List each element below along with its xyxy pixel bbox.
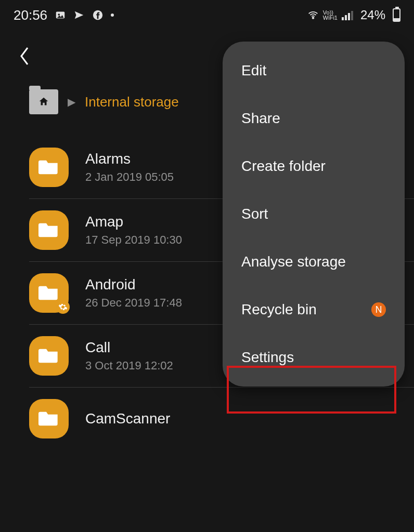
gear-icon xyxy=(56,300,70,314)
folder-icon xyxy=(29,336,69,376)
menu-label: Settings xyxy=(241,349,294,366)
chevron-right-icon: ▶ xyxy=(68,96,75,108)
folder-icon xyxy=(29,273,69,313)
vowifi-label: Vo)) WiFi1 xyxy=(323,10,338,20)
folder-icon xyxy=(29,148,69,187)
menu-analyse-storage[interactable]: Analyse storage xyxy=(223,238,405,286)
folder-icon xyxy=(29,399,69,438)
home-folder-icon[interactable] xyxy=(29,89,58,114)
signal-icon xyxy=(342,10,353,20)
send-icon xyxy=(73,9,85,21)
status-right: Vo)) WiFi1 24% xyxy=(307,8,400,22)
overflow-menu: Edit Share Create folder Sort Analyse st… xyxy=(223,42,405,387)
status-left: 20:56 xyxy=(14,7,114,23)
menu-settings[interactable]: Settings xyxy=(223,334,405,381)
menu-label: Create folder xyxy=(241,158,326,175)
list-item[interactable]: CamScanner xyxy=(29,388,414,450)
breadcrumb-current[interactable]: Internal storage xyxy=(85,94,179,110)
facebook-icon xyxy=(92,9,104,21)
menu-label: Recycle bin xyxy=(241,301,317,318)
menu-label: Analyse storage xyxy=(241,254,346,270)
svg-point-1 xyxy=(58,14,60,16)
wifi-icon xyxy=(307,9,319,21)
back-icon[interactable] xyxy=(18,46,31,66)
new-badge: N xyxy=(371,302,386,317)
svg-point-3 xyxy=(312,17,314,19)
battery-percent: 24% xyxy=(360,8,385,22)
file-text: CamScanner xyxy=(85,410,398,427)
menu-create-folder[interactable]: Create folder xyxy=(223,142,405,190)
menu-share[interactable]: Share xyxy=(223,95,405,142)
menu-recycle-bin[interactable]: Recycle bin N xyxy=(223,286,405,334)
picture-icon xyxy=(55,9,66,21)
more-dot-icon xyxy=(111,14,114,17)
menu-label: Share xyxy=(241,110,280,127)
menu-sort[interactable]: Sort xyxy=(223,190,405,238)
folder-icon xyxy=(29,210,69,250)
menu-label: Edit xyxy=(241,62,266,79)
status-bar: 20:56 Vo)) WiFi1 24% xyxy=(0,0,414,30)
menu-label: Sort xyxy=(241,206,268,222)
file-name: CamScanner xyxy=(85,410,398,427)
battery-icon xyxy=(393,8,400,22)
clock: 20:56 xyxy=(14,7,47,23)
menu-edit[interactable]: Edit xyxy=(223,47,405,95)
